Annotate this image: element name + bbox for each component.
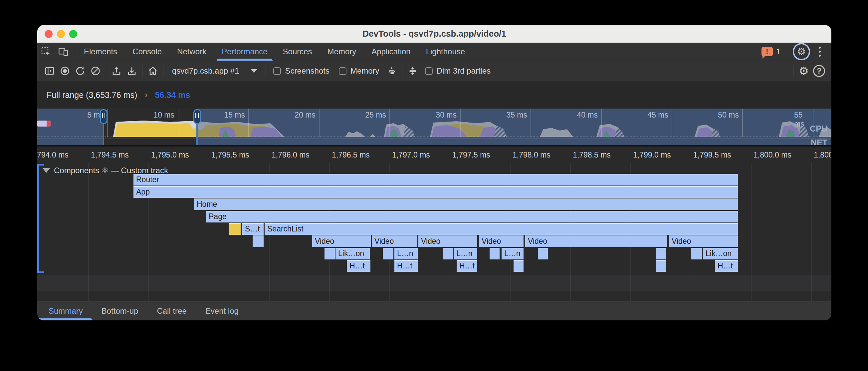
network-request-bar	[37, 120, 51, 126]
garbage-collect-brush-icon[interactable]	[384, 63, 399, 79]
download-profile-icon[interactable]	[124, 63, 140, 79]
flame-bar[interactable]	[656, 248, 666, 259]
tab-sources[interactable]: Sources	[275, 42, 320, 61]
more-options-kebab-icon[interactable]	[813, 47, 826, 57]
tab-summary[interactable]: Summary	[39, 306, 92, 316]
flame-bar-likon[interactable]: Lik…on	[703, 248, 738, 259]
net-lane-label: NET	[811, 138, 827, 146]
flame-ruler-label: 1,795.0 ms	[151, 150, 189, 160]
breadcrumb-selection[interactable]: 56.34 ms	[155, 90, 190, 100]
flame-ruler-label: 1,796.0 ms	[272, 150, 310, 160]
tab-performance[interactable]: Performance	[214, 42, 275, 61]
flame-bar-router[interactable]: Router	[133, 174, 738, 186]
timeline-minimap[interactable]: CPU NET 5 ms10 ms15 ms20 ms25 ms30 ms35 …	[37, 109, 831, 146]
collapse-icon[interactable]	[405, 63, 421, 79]
minimize-window-button[interactable]	[57, 30, 65, 38]
flame-bar[interactable]	[514, 260, 524, 272]
dim-3rd-parties-checkbox[interactable]: Dim 3rd parties	[421, 66, 496, 76]
flame-bar[interactable]	[538, 248, 548, 259]
toolbar-right: ⚙ ?	[790, 63, 827, 79]
checkbox-icon	[339, 67, 346, 75]
flame-bar-ln[interactable]: L…n	[394, 248, 418, 259]
flamechart-canvas[interactable]: Components ⚛ — Custom track RouterAppHom…	[37, 163, 831, 301]
flame-gridline	[811, 163, 812, 301]
screenshots-checkbox[interactable]: Screenshots	[269, 66, 334, 76]
left-window-handle[interactable]	[100, 109, 107, 124]
settings-gear-icon[interactable]: ⚙	[793, 43, 810, 60]
flame-bar-ht[interactable]: H…t	[347, 260, 370, 272]
checkbox-icon	[425, 67, 433, 75]
flame-bar-ht[interactable]: H…t	[457, 260, 477, 272]
help-icon[interactable]: ?	[811, 63, 827, 79]
flame-bar-video[interactable]: Video	[312, 235, 371, 247]
tab-console[interactable]: Console	[125, 42, 169, 61]
tab-bottom-up[interactable]: Bottom-up	[92, 306, 148, 316]
flame-bar[interactable]	[490, 248, 500, 259]
home-icon[interactable]	[145, 63, 160, 79]
track-header[interactable]: Components ⚛ — Custom track	[42, 166, 168, 175]
upload-profile-icon[interactable]	[109, 63, 124, 79]
flame-bar[interactable]	[383, 248, 393, 259]
flame-bar[interactable]	[443, 248, 453, 259]
flame-bar-ln[interactable]: L…n	[502, 248, 524, 259]
panel-tabbar: ElementsConsoleNetworkPerformanceSources…	[37, 42, 831, 61]
flame-bar-ht[interactable]: H…t	[715, 260, 738, 272]
minimap-gridline	[601, 109, 602, 137]
right-window-handle[interactable]	[193, 109, 201, 124]
tab-memory[interactable]: Memory	[320, 42, 364, 61]
flame-ruler-label: 1,797.5 ms	[452, 150, 490, 160]
tab-network[interactable]: Network	[169, 42, 214, 61]
flame-ruler-label: 1,799.0 ms	[633, 150, 671, 160]
flamechart-time-ruler: 1,794.0 ms1,794.5 ms1,795.0 ms1,795.5 ms…	[37, 146, 831, 163]
tab-application[interactable]: Application	[364, 42, 418, 61]
minimap-gridline	[460, 109, 461, 137]
memory-checkbox[interactable]: Memory	[334, 66, 384, 76]
flame-bar-likon[interactable]: Lik…on	[336, 248, 370, 259]
flame-bar[interactable]	[691, 248, 702, 259]
flame-bar-st[interactable]: S…t	[242, 223, 264, 235]
flame-bar-page[interactable]: Page	[206, 211, 738, 223]
panel-tabs: ElementsConsoleNetworkPerformanceSources…	[76, 42, 473, 61]
flame-bar[interactable]	[253, 235, 264, 247]
flame-bar-video[interactable]: Video	[525, 235, 667, 247]
history-dropdown[interactable]: qsvd7p.csb.app #1	[166, 66, 263, 76]
flame-bar-app[interactable]: App	[133, 186, 738, 198]
tab-call-tree[interactable]: Call tree	[148, 306, 196, 316]
flame-bar[interactable]	[656, 260, 666, 272]
flame-bar-ln[interactable]: L…n	[454, 248, 477, 259]
flame-bar[interactable]	[324, 248, 335, 259]
zoom-window-button[interactable]	[69, 30, 77, 38]
performance-toolbar: qsvd7p.csb.app #1 Screenshots Memory	[37, 61, 831, 81]
record-icon[interactable]	[57, 63, 72, 79]
tab-lighthouse[interactable]: Lighthouse	[418, 42, 473, 61]
flame-bar-searchlist[interactable]: SearchList	[265, 223, 738, 235]
issues-warning-icon[interactable]: !	[762, 47, 773, 56]
flame-bar-video[interactable]: Video	[669, 235, 738, 247]
capture-settings-gear-icon[interactable]: ⚙	[796, 63, 811, 79]
minimap-tick-label: 15 ms	[224, 111, 248, 119]
close-window-button[interactable]	[44, 30, 53, 38]
tab-event-log[interactable]: Event log	[196, 306, 248, 316]
clear-recording-icon[interactable]	[88, 63, 103, 79]
flame-bar-video[interactable]: Video	[479, 235, 524, 247]
inspect-element-icon[interactable]	[37, 42, 55, 61]
titlebar[interactable]: DevTools - qsvd7p.csb.app/video/1	[37, 25, 831, 42]
device-toolbar-icon[interactable]	[55, 42, 72, 61]
record-and-reload-icon[interactable]	[72, 63, 88, 79]
flame-bar-video[interactable]: Video	[418, 235, 477, 247]
flame-bar-ht[interactable]: H…t	[394, 260, 418, 272]
show-sidebar-icon[interactable]	[42, 63, 57, 79]
minimap-gridline	[178, 109, 178, 137]
toolbar-separator	[106, 65, 106, 77]
collapse-triangle-icon[interactable]	[42, 168, 50, 173]
minimap-gridline	[390, 109, 390, 137]
minimap-tick-label: 30 ms	[436, 111, 460, 119]
breadcrumb-full-range[interactable]: Full range (3,653.76 ms)	[46, 90, 137, 100]
issues-count[interactable]: 1	[776, 47, 780, 56]
flame-bar-video[interactable]: Video	[372, 235, 417, 247]
flame-bar-home[interactable]: Home	[194, 199, 738, 210]
tab-elements[interactable]: Elements	[76, 42, 125, 61]
flame-bar[interactable]	[229, 223, 241, 235]
net-lane-divider	[37, 139, 831, 139]
cpu-baseline-dashed-line	[37, 137, 831, 137]
